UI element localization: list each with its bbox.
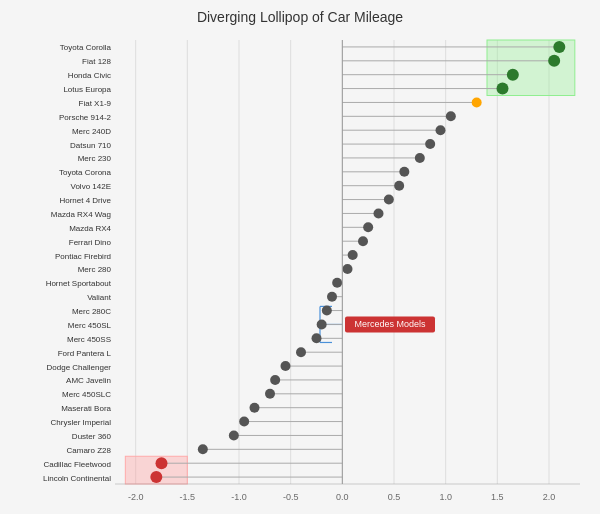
svg-text:Merc 240D: Merc 240D — [72, 127, 111, 136]
svg-text:-2.0: -2.0 — [128, 492, 144, 502]
svg-point-92 — [312, 333, 322, 343]
svg-point-89 — [317, 319, 327, 329]
svg-text:Camaro Z28: Camaro Z28 — [67, 446, 112, 455]
svg-text:Duster 360: Duster 360 — [72, 432, 112, 441]
svg-text:Volvo 142E: Volvo 142E — [71, 182, 111, 191]
svg-point-86 — [322, 306, 332, 316]
svg-text:Merc 450SLC: Merc 450SLC — [62, 390, 111, 399]
svg-point-77 — [343, 264, 353, 274]
svg-point-50 — [425, 139, 435, 149]
svg-point-98 — [281, 361, 291, 371]
svg-point-53 — [415, 153, 425, 163]
svg-point-113 — [229, 430, 239, 440]
svg-text:Lincoln Continental: Lincoln Continental — [43, 474, 111, 483]
svg-text:Datsun 710: Datsun 710 — [70, 141, 111, 150]
svg-text:Lotus Europa: Lotus Europa — [63, 85, 111, 94]
svg-text:Maserati Bora: Maserati Bora — [61, 404, 111, 413]
svg-point-83 — [327, 292, 337, 302]
svg-text:1.5: 1.5 — [491, 492, 504, 502]
chart-container: Diverging Lollipop of Car Mileage-2.0-1.… — [0, 0, 600, 514]
svg-text:Mercedes Models: Mercedes Models — [354, 319, 426, 329]
svg-text:-1.0: -1.0 — [231, 492, 247, 502]
svg-text:AMC Javelin: AMC Javelin — [66, 376, 111, 385]
svg-text:Hornet 4 Drive: Hornet 4 Drive — [59, 196, 111, 205]
svg-text:Mazda RX4 Wag: Mazda RX4 Wag — [51, 210, 111, 219]
svg-point-74 — [348, 250, 358, 260]
svg-point-107 — [250, 403, 260, 413]
svg-text:1.0: 1.0 — [439, 492, 452, 502]
svg-text:-1.5: -1.5 — [180, 492, 196, 502]
svg-text:Valiant: Valiant — [87, 293, 112, 302]
chart-svg: Diverging Lollipop of Car Mileage-2.0-1.… — [0, 0, 600, 514]
svg-text:Diverging Lollipop of Car Mile: Diverging Lollipop of Car Mileage — [197, 9, 403, 25]
svg-point-59 — [394, 181, 404, 191]
svg-text:Toyota Corolla: Toyota Corolla — [60, 43, 112, 52]
svg-point-116 — [198, 444, 208, 454]
svg-text:Pontiac Firebird: Pontiac Firebird — [55, 252, 111, 261]
svg-text:Mazda RX4: Mazda RX4 — [69, 224, 111, 233]
svg-text:Merc 450SL: Merc 450SL — [68, 321, 112, 330]
svg-point-38 — [497, 83, 509, 95]
svg-text:Porsche 914-2: Porsche 914-2 — [59, 113, 112, 122]
svg-point-29 — [553, 41, 565, 53]
svg-point-44 — [446, 111, 456, 121]
svg-text:2.0: 2.0 — [543, 492, 556, 502]
svg-point-80 — [332, 278, 342, 288]
svg-text:Dodge Challenger: Dodge Challenger — [47, 363, 112, 372]
svg-text:-0.5: -0.5 — [283, 492, 299, 502]
svg-text:Honda Civic: Honda Civic — [68, 71, 111, 80]
svg-text:Cadillac Fleetwood: Cadillac Fleetwood — [43, 460, 111, 469]
svg-point-104 — [265, 389, 275, 399]
svg-text:Fiat 128: Fiat 128 — [82, 57, 111, 66]
svg-text:Ford Pantera L: Ford Pantera L — [58, 349, 112, 358]
svg-text:Toyota Corona: Toyota Corona — [59, 168, 112, 177]
svg-point-95 — [296, 347, 306, 357]
svg-text:Ferrari Dino: Ferrari Dino — [69, 238, 112, 247]
svg-text:Chrysler Imperial: Chrysler Imperial — [51, 418, 112, 427]
svg-point-56 — [399, 167, 409, 177]
svg-point-62 — [384, 195, 394, 205]
svg-text:Merc 280: Merc 280 — [78, 265, 112, 274]
svg-point-65 — [374, 208, 384, 218]
svg-text:Fiat X1-9: Fiat X1-9 — [79, 99, 112, 108]
svg-text:0.5: 0.5 — [388, 492, 401, 502]
svg-point-122 — [150, 471, 162, 483]
svg-point-119 — [156, 457, 168, 469]
svg-point-101 — [270, 375, 280, 385]
svg-text:0.0: 0.0 — [336, 492, 349, 502]
svg-point-41 — [472, 97, 482, 107]
svg-text:Merc 280C: Merc 280C — [72, 307, 111, 316]
svg-point-110 — [239, 417, 249, 427]
svg-text:Merc 230: Merc 230 — [78, 154, 112, 163]
svg-point-35 — [507, 69, 519, 81]
svg-point-71 — [358, 236, 368, 246]
svg-text:Merc 450SS: Merc 450SS — [67, 335, 111, 344]
svg-point-47 — [436, 125, 446, 135]
svg-point-32 — [548, 55, 560, 67]
svg-text:Hornet Sportabout: Hornet Sportabout — [46, 279, 112, 288]
svg-point-68 — [363, 222, 373, 232]
